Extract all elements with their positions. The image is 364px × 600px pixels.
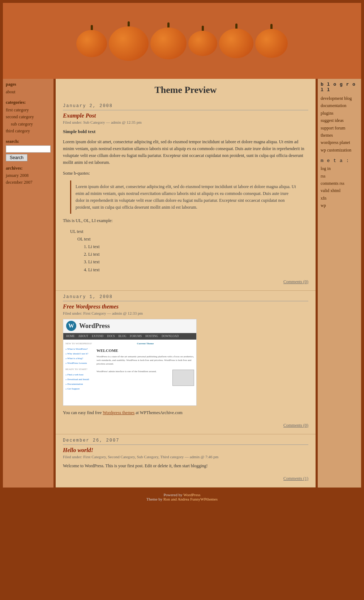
post-date: January 2, 2008 (63, 103, 308, 110)
categories-heading: categories: (6, 100, 51, 105)
blogroll-list: development blog documentation plugins s… (321, 95, 358, 154)
nav-extend: EXTEND (92, 334, 103, 339)
pumpkin-1 (76, 25, 107, 57)
list-item: support forum (321, 124, 358, 132)
page-wrapper: pages about categories: first category s… (0, 0, 364, 506)
wp-link: » Documentation (65, 382, 94, 386)
wordpress-link[interactable]: WordPress (183, 493, 200, 497)
post-meta: Filed under: Sub Category — admin @ 12:3… (63, 120, 308, 124)
wp-custom-link[interactable]: wp customization (321, 148, 351, 153)
list-item: Li text (88, 267, 308, 273)
wp-planet-link[interactable]: wordpress planet (321, 140, 350, 145)
pumpkin-stem (202, 26, 204, 31)
sub-category-link[interactable]: sub category (11, 122, 33, 127)
ul-text: UL text (70, 228, 308, 235)
theme-by-text: Theme by Ron and Andrea FunnyWPthemes (3, 497, 361, 501)
suggest-link[interactable]: suggest ideas (321, 118, 344, 123)
list-label: This is UL, OL, LI example: (63, 217, 308, 224)
dev-blog-link[interactable]: development blog (321, 96, 352, 101)
about-link[interactable]: about (6, 89, 16, 94)
pumpkin-4 (188, 26, 217, 56)
list-item: sub category (6, 121, 51, 128)
pumpkin-body (255, 29, 288, 58)
list-item: january 2008 (6, 172, 51, 179)
wp-thumb (172, 370, 194, 386)
wp-body: NEW TO WORDPRESS? » What is WordPress? »… (63, 340, 196, 393)
date-text: January 1, 2008 (63, 294, 113, 299)
wp-link: » WordPress Lessons (65, 361, 94, 365)
nav-about: ABOUT (78, 334, 89, 339)
list-item: about (6, 89, 51, 95)
wordpress-screenshot: W WordPress HOME ABOUT EXTEND DOCS BLOG … (63, 319, 197, 406)
valid-xhtml-link[interactable]: valid xhtml (321, 188, 341, 193)
nav-download: DOWNLOAD (162, 334, 179, 339)
nav-hosting: HOSTING (145, 334, 158, 339)
pumpkin-stem (91, 25, 93, 30)
pumpkin-2 (109, 21, 149, 61)
comments-link[interactable]: Comments (0) (63, 420, 308, 428)
blockquote-label: Some b-quotes: (63, 170, 308, 177)
list-item: valid xhtml (321, 187, 358, 194)
archives-section: archives: january 2008 december 2007 (6, 166, 51, 186)
post-title-link[interactable]: Example Post (63, 112, 96, 119)
list-item: documentation (321, 102, 358, 109)
plugins-link[interactable]: plugins (321, 111, 333, 116)
theme-label: Theme by (146, 497, 162, 501)
third-category-link[interactable]: third category (6, 128, 30, 133)
wp-current-theme: Current Theme (97, 342, 194, 346)
categories-list: first category second category sub categ… (6, 107, 51, 135)
list-item: xfn (321, 195, 358, 202)
xfn-link[interactable]: xfn (321, 196, 326, 201)
meta-title: m e t a : (321, 158, 358, 163)
login-link[interactable]: log in (321, 166, 331, 171)
paragraph-text: You can easy find free Wordpress themes … (63, 409, 308, 416)
comments-link[interactable]: Comments (1) (63, 473, 308, 481)
wp-themes-link[interactable]: Wordpress themes (103, 410, 134, 415)
december-2007-link[interactable]: december 2007 (6, 180, 33, 185)
second-category-link[interactable]: second category (6, 114, 34, 119)
list-item: log in (321, 165, 358, 172)
theme-author-link[interactable]: Ron and Andrea FunnyWPthemes (163, 497, 218, 501)
search-label: search: (6, 139, 51, 144)
list-item: plugins (321, 110, 358, 117)
list-item: rss (321, 173, 358, 180)
list-item: Li text (88, 243, 308, 250)
pumpkin-stem (235, 24, 237, 29)
wp-sidebar-text: NEW TO WORDPRESS? (65, 342, 94, 346)
post-title-link[interactable]: Free Wordpress themes (63, 303, 119, 310)
post-title[interactable]: Example Post (63, 112, 308, 119)
comments-rss-link[interactable]: comments rss (321, 181, 344, 186)
pages-list: about (6, 89, 51, 95)
powered-label: Powered by (163, 493, 182, 497)
site-title: Theme Preview (56, 79, 316, 100)
post-title: Free Wordpress themes (63, 303, 308, 310)
wp-nav-bar: HOME ABOUT EXTEND DOCS BLOG FORUMS HOSTI… (63, 333, 196, 340)
bold-text: Simple bold text (63, 128, 308, 136)
docs-link[interactable]: documentation (321, 103, 346, 108)
search-input[interactable] (6, 145, 51, 153)
support-link[interactable]: support forum (321, 125, 345, 131)
categories-section: categories: first category second catego… (6, 100, 51, 135)
blogroll-sidebar: b l o g r o l l development blog documen… (318, 79, 361, 488)
post-title: Hello world! (63, 447, 308, 454)
themes-link[interactable]: themes (321, 133, 333, 138)
post-2: January 1, 2008 Free Wordpress themes Fi… (56, 291, 316, 434)
list-item: themes (321, 132, 358, 139)
post-title-link[interactable]: Hello world! (63, 447, 93, 453)
rss-link[interactable]: rss (321, 174, 325, 179)
ol-text: OL text (70, 236, 308, 243)
wp-link: » What is WordPress? (65, 347, 94, 351)
paragraph-text: Welcome to WordPress. This is your first… (63, 463, 308, 469)
pumpkin-body (76, 30, 107, 57)
pumpkin-stem (167, 22, 170, 27)
pages-section: pages about (6, 82, 51, 95)
nav-home: HOME (66, 334, 75, 339)
wp-link[interactable]: wp (321, 203, 326, 208)
date-text: January 2, 2008 (63, 103, 113, 108)
pumpkin-body (219, 29, 253, 58)
comments-link[interactable]: Comments (0) (63, 276, 308, 285)
meta-list: log in rss comments rss valid xhtml xfn … (321, 165, 358, 209)
first-category-link[interactable]: first category (6, 107, 29, 112)
search-button[interactable]: Search (6, 154, 27, 161)
january-2008-link[interactable]: january 2008 (6, 173, 29, 178)
